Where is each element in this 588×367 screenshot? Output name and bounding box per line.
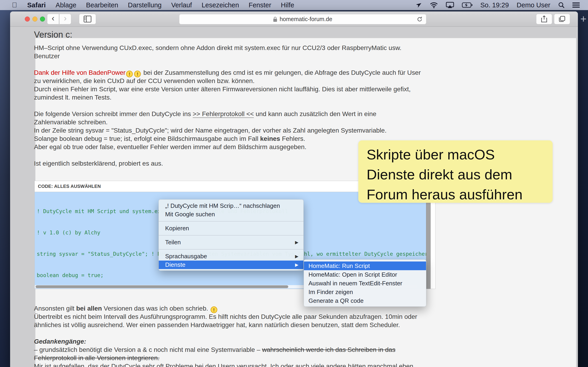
paragraph-line: ähnliches ist völlig ausreichend. Wer ei… xyxy=(34,321,400,329)
annotation-line: Skripte über macOS xyxy=(367,144,553,165)
paragraph-line: HM–Script ohne Verwendung CUxD.exec, son… xyxy=(34,44,401,52)
paragraph-line: Ist eigentlich selbsterklärend, probiert… xyxy=(34,159,163,168)
exclaim-smiley-icon: ! xyxy=(126,71,133,77)
gedankengaenge-heading: Gedankengänge: xyxy=(34,337,86,346)
menu-separator xyxy=(159,247,303,252)
chevron-right-icon: › xyxy=(64,14,67,24)
back-button[interactable]: ‹ xyxy=(47,14,59,24)
airplay-icon[interactable] xyxy=(446,2,454,8)
services-submenu: HomeMatic: Run Script HomeMatic: Open in… xyxy=(304,259,426,307)
submenu-arrow-icon: ▶ xyxy=(295,254,298,259)
paragraph-line: Mir ist aufgefallen, das der DutyCycle s… xyxy=(34,362,413,367)
paragraph-line: zumindest lt. meinen Tests. xyxy=(34,93,111,102)
address-bar[interactable]: homematic-forum.de xyxy=(179,14,426,24)
submenu-item-homematic-open-editor[interactable]: HomeMatic: Open in Script Editor xyxy=(304,270,426,279)
spotlight-search-icon[interactable] xyxy=(558,2,565,8)
paragraph-line: Benutzer xyxy=(34,52,60,60)
context-menu: „! DutyCycle mit HM Scrip…“ nachschlagen… xyxy=(158,199,304,271)
forward-button[interactable]: › xyxy=(59,14,71,24)
menu-item-google-search[interactable]: Mit Google suchen xyxy=(159,210,303,219)
exclaim-smiley-icon: ! xyxy=(211,307,217,313)
browser-toolbar: ‹ › homematic-forum.de xyxy=(10,11,578,27)
paragraph-line: Aber egal ob true oder false, eventuelle… xyxy=(34,143,306,151)
menubar-user[interactable]: Demo User xyxy=(517,1,550,9)
paragraph-line: Solange boolean debug = true; ist, erfol… xyxy=(34,135,305,143)
submenu-item-homematic-run-script[interactable]: HomeMatic: Run Script xyxy=(304,261,426,270)
submenu-item-generate-qr[interactable]: Generate a QR code xyxy=(304,296,426,305)
share-button[interactable] xyxy=(536,14,552,24)
menubar-item-fenster[interactable]: Fenster xyxy=(244,1,276,9)
share-icon xyxy=(541,15,547,23)
chevron-left-icon: ‹ xyxy=(52,14,54,24)
scrollbar-thumb[interactable] xyxy=(36,285,288,288)
tabs-icon xyxy=(559,16,565,23)
submenu-item-textedit[interactable]: Auswahl in neuem TextEdit-Fenster xyxy=(304,279,426,288)
url-domain: homematic-forum.de xyxy=(279,16,332,23)
annotation-line: Dienste direkt aus dem xyxy=(367,165,553,184)
paragraph-line: zu verwirklichen, die kein CUxD auf der … xyxy=(34,77,254,85)
menu-item-lookup[interactable]: „! DutyCycle mit HM Scrip…“ nachschlagen xyxy=(159,202,303,210)
menu-list-icon[interactable] xyxy=(572,2,580,8)
paragraph-line: In der Zeile string sysvar = "Status_Dut… xyxy=(34,126,387,135)
paragraph-line: Zahlenvariable schreiben. xyxy=(34,118,108,126)
fehlerprotokoll-link[interactable]: >> Fehlerprotokoll << xyxy=(193,110,254,117)
menubar-item-darstellung[interactable]: Darstellung xyxy=(123,1,166,9)
menu-item-services[interactable]: Dienste▶ xyxy=(159,261,303,269)
submenu-arrow-icon: ▶ xyxy=(295,262,298,267)
annotation-line: Forum heraus ausführen xyxy=(367,184,553,204)
sidebar-icon xyxy=(84,16,91,23)
menu-item-speech[interactable]: Sprachausgabe▶ xyxy=(159,252,303,261)
code-vertical-scrollbar[interactable] xyxy=(426,192,431,289)
post-heading: Version c: xyxy=(34,30,72,40)
menubar-item-lesezeichen[interactable]: Lesezeichen xyxy=(197,1,244,9)
paragraph-line: Durch einen Fehler im Script, war eine e… xyxy=(34,85,411,93)
lock-icon xyxy=(273,17,277,22)
menubar-item-verlauf[interactable]: Verlauf xyxy=(166,1,197,9)
menubar-clock[interactable]: So. 19:29 xyxy=(480,1,509,9)
wifi-icon[interactable] xyxy=(430,2,438,8)
menubar-item-ablage[interactable]: Ablage xyxy=(51,1,81,9)
apple-logo-icon[interactable]:  xyxy=(7,1,22,9)
paragraph-line: Übertreibt es nicht beim Intervall des A… xyxy=(34,313,417,321)
tab-overview-button[interactable] xyxy=(554,14,570,24)
window-close-button[interactable] xyxy=(25,17,30,22)
window-zoom-button[interactable] xyxy=(40,17,45,22)
red-highlight-text: Dank der Hilfe von BadenPower xyxy=(34,69,125,76)
paragraph-line: Dank der Hilfe von BadenPower!! bei der … xyxy=(34,69,421,77)
menu-item-copy[interactable]: Kopieren xyxy=(159,224,303,233)
reload-icon[interactable] xyxy=(416,16,423,23)
menu-item-share[interactable]: Teilen▶ xyxy=(159,238,303,247)
strikethrough-text: wahrscheinlich werde ich das Schreiben i… xyxy=(262,346,396,353)
strikethrough-text: Fehlerprotokoll in alle Versionen integr… xyxy=(34,354,159,362)
menubar-item-bearbeiten[interactable]: Bearbeiten xyxy=(81,1,123,9)
paragraph-line: Die folgende Version schreibt immer den … xyxy=(34,110,376,118)
menubar-app-name[interactable]: Safari xyxy=(22,1,51,9)
submenu-arrow-icon: ▶ xyxy=(295,240,298,245)
desktop:  Safari Ablage Bearbeiten Darstellung V… xyxy=(0,0,588,367)
menubar-item-hilfe[interactable]: Hilfe xyxy=(276,1,299,9)
battery-icon[interactable] xyxy=(462,2,473,8)
submenu-item-show-in-finder[interactable]: Im Finder zeigen xyxy=(304,288,426,296)
macos-menubar:  Safari Ablage Bearbeiten Darstellung V… xyxy=(0,0,588,10)
sidebar-toggle-button[interactable] xyxy=(79,14,96,24)
menu-separator xyxy=(159,219,303,224)
annotation-note: Skripte über macOS Dienste direkt aus de… xyxy=(358,140,553,203)
menu-separator xyxy=(159,233,303,238)
paragraph-line: Ansonsten gilt bei allen Versionen das w… xyxy=(34,304,218,313)
window-minimize-button[interactable] xyxy=(32,17,37,22)
new-tab-button[interactable]: + xyxy=(579,13,588,25)
location-icon[interactable] xyxy=(415,2,422,8)
paragraph-line: – grundsätzlich benötigt die Version a &… xyxy=(34,346,396,354)
exclaim-smiley-icon: ! xyxy=(134,71,141,77)
